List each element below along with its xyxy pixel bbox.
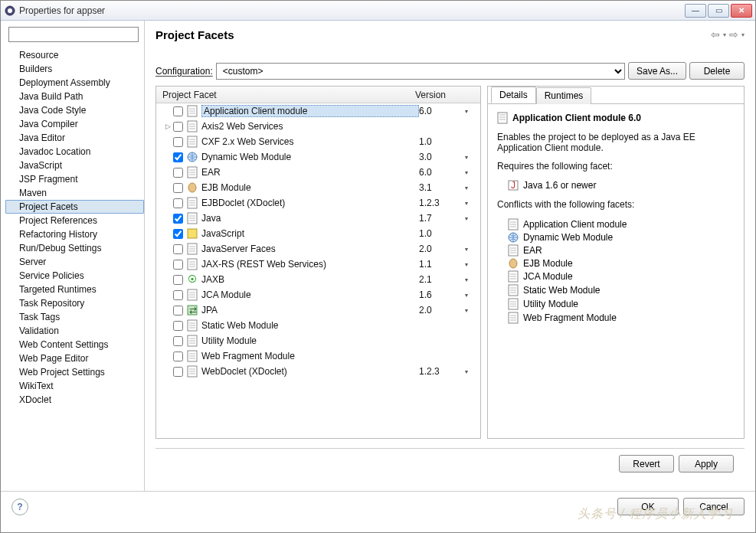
facet-checkbox[interactable] bbox=[173, 183, 183, 193]
facet-checkbox[interactable] bbox=[173, 336, 183, 346]
column-header-facet[interactable]: Project Facet bbox=[156, 90, 415, 100]
facet-checkbox[interactable] bbox=[173, 275, 183, 285]
facet-row[interactable]: EJB Module3.1▾ bbox=[156, 180, 480, 195]
sidebar-item-jsp-fragment[interactable]: JSP Fragment bbox=[5, 172, 144, 186]
configuration-select[interactable]: <custom> bbox=[216, 63, 625, 80]
facet-row[interactable]: ⇄JPA2.0▾ bbox=[156, 302, 480, 318]
filter-input[interactable] bbox=[8, 27, 139, 42]
sidebar-item-targeted-runtimes[interactable]: Targeted Runtimes bbox=[5, 283, 144, 296]
facet-checkbox[interactable] bbox=[173, 229, 183, 239]
facet-row[interactable]: JAX-RS (REST Web Services)1.1▾ bbox=[156, 257, 480, 272]
sidebar-item-deployment-assembly[interactable]: Deployment Assembly bbox=[5, 76, 144, 90]
revert-button[interactable]: Revert bbox=[619, 455, 674, 473]
sidebar-item-resource[interactable]: Resource bbox=[5, 48, 144, 62]
version-dropdown-icon[interactable]: ▾ bbox=[465, 292, 480, 299]
sidebar-item-server[interactable]: Server bbox=[5, 255, 144, 269]
doc-icon bbox=[508, 312, 519, 324]
version-dropdown-icon[interactable]: ▾ bbox=[465, 154, 480, 161]
facet-row[interactable]: Dynamic Web Module3.0▾ bbox=[156, 149, 480, 165]
sidebar-item-task-tags[interactable]: Task Tags bbox=[5, 310, 144, 324]
cancel-button[interactable]: Cancel bbox=[683, 498, 745, 515]
sidebar-item-java-code-style[interactable]: Java Code Style bbox=[5, 103, 144, 117]
sidebar-item-maven[interactable]: Maven bbox=[5, 186, 144, 200]
sidebar-item-web-page-editor[interactable]: Web Page Editor bbox=[5, 352, 144, 365]
apply-button[interactable]: Apply bbox=[679, 455, 734, 473]
facet-row[interactable]: ▷Axis2 Web Services bbox=[156, 119, 480, 134]
facet-row[interactable]: JavaServer Faces2.0▾ bbox=[156, 241, 480, 257]
nav-back-icon[interactable]: ⇦ bbox=[711, 28, 720, 41]
doc-icon bbox=[186, 258, 198, 270]
sidebar-item-project-references[interactable]: Project References bbox=[5, 214, 144, 227]
sidebar-item-java-build-path[interactable]: Java Build Path bbox=[5, 90, 144, 103]
sidebar-item-run-debug-settings[interactable]: Run/Debug Settings bbox=[5, 241, 144, 255]
facet-row[interactable]: JCA Module1.6▾ bbox=[156, 287, 480, 302]
facet-checkbox[interactable] bbox=[173, 290, 183, 300]
sidebar-item-xdoclet[interactable]: XDoclet bbox=[5, 393, 144, 407]
save-as-button[interactable]: Save As... bbox=[628, 62, 686, 80]
facet-checkbox[interactable] bbox=[173, 321, 183, 331]
facet-checkbox[interactable] bbox=[173, 306, 183, 316]
version-dropdown-icon[interactable]: ▾ bbox=[465, 169, 480, 176]
facet-checkbox[interactable] bbox=[173, 122, 183, 132]
facet-checkbox[interactable] bbox=[173, 106, 183, 116]
conflicts-label: EAR bbox=[523, 245, 542, 256]
sidebar-item-javascript[interactable]: JavaScript bbox=[5, 159, 144, 172]
facet-row[interactable]: WebDoclet (XDoclet)1.2.3▾ bbox=[156, 364, 480, 379]
sidebar-item-service-policies[interactable]: Service Policies bbox=[5, 269, 144, 283]
version-dropdown-icon[interactable]: ▾ bbox=[465, 368, 480, 375]
delete-button[interactable]: Delete bbox=[689, 62, 745, 80]
sidebar-item-web-content-settings[interactable]: Web Content Settings bbox=[5, 338, 144, 352]
facet-row[interactable]: JavaScript1.0 bbox=[156, 226, 480, 241]
version-dropdown-icon[interactable]: ▾ bbox=[465, 276, 480, 283]
sidebar-item-javadoc-location[interactable]: Javadoc Location bbox=[5, 145, 144, 159]
conflicts-label: Conflicts with the following facets: bbox=[497, 199, 735, 210]
tab-details[interactable]: Details bbox=[491, 87, 536, 103]
nav-forward-icon[interactable]: ⇨ bbox=[729, 28, 738, 41]
facet-checkbox[interactable] bbox=[173, 260, 183, 270]
sidebar-item-refactoring-history[interactable]: Refactoring History bbox=[5, 227, 144, 241]
version-dropdown-icon[interactable]: ▾ bbox=[465, 307, 480, 314]
facet-checkbox[interactable] bbox=[173, 137, 183, 147]
configuration-label: Configuration: bbox=[155, 66, 213, 77]
facet-row[interactable]: CXF 2.x Web Services1.0 bbox=[156, 134, 480, 149]
sidebar-item-wikitext[interactable]: WikiText bbox=[5, 379, 144, 393]
facet-row[interactable]: EJBDoclet (XDoclet)1.2.3▾ bbox=[156, 195, 480, 211]
sidebar-item-java-compiler[interactable]: Java Compiler bbox=[5, 117, 144, 131]
tab-runtimes[interactable]: Runtimes bbox=[536, 87, 592, 104]
version-dropdown-icon[interactable]: ▾ bbox=[465, 200, 480, 207]
facet-checkbox[interactable] bbox=[173, 198, 183, 208]
facet-checkbox[interactable] bbox=[173, 244, 183, 254]
version-dropdown-icon[interactable]: ▾ bbox=[465, 261, 480, 268]
sidebar-item-web-project-settings[interactable]: Web Project Settings bbox=[5, 365, 144, 379]
sidebar-item-builders[interactable]: Builders bbox=[5, 62, 144, 76]
close-button[interactable]: ✕ bbox=[731, 4, 752, 18]
facet-row[interactable]: Java1.7▾ bbox=[156, 211, 480, 226]
facet-name: Utility Module bbox=[201, 335, 419, 346]
version-dropdown-icon[interactable]: ▾ bbox=[465, 185, 480, 191]
ok-button[interactable]: OK bbox=[617, 498, 679, 515]
maximize-button[interactable]: ▭ bbox=[708, 4, 729, 18]
doc-icon bbox=[508, 270, 519, 283]
help-button[interactable]: ? bbox=[11, 499, 28, 515]
facet-row[interactable]: Utility Module bbox=[156, 333, 480, 348]
facet-checkbox[interactable] bbox=[173, 352, 183, 361]
facet-row[interactable]: Static Web Module bbox=[156, 318, 480, 333]
sidebar-item-project-facets[interactable]: Project Facets bbox=[5, 200, 144, 214]
sidebar-item-validation[interactable]: Validation bbox=[5, 324, 144, 338]
version-dropdown-icon[interactable]: ▾ bbox=[465, 215, 480, 222]
sidebar-item-task-repository[interactable]: Task Repository bbox=[5, 296, 144, 310]
facet-checkbox[interactable] bbox=[173, 168, 183, 178]
facet-row[interactable]: Web Fragment Module bbox=[156, 348, 480, 364]
facet-checkbox[interactable] bbox=[173, 152, 183, 162]
minimize-button[interactable]: — bbox=[685, 4, 706, 18]
sidebar-item-java-editor[interactable]: Java Editor bbox=[5, 131, 144, 145]
column-header-version[interactable]: Version bbox=[415, 90, 480, 100]
facet-row[interactable]: EAR6.0▾ bbox=[156, 165, 480, 180]
expander-icon[interactable]: ▷ bbox=[162, 123, 173, 130]
facet-checkbox[interactable] bbox=[173, 367, 183, 377]
version-dropdown-icon[interactable]: ▾ bbox=[465, 246, 480, 253]
version-dropdown-icon[interactable]: ▾ bbox=[465, 108, 480, 115]
facet-checkbox[interactable] bbox=[173, 214, 183, 224]
facet-row[interactable]: ⦿JAXB2.1▾ bbox=[156, 272, 480, 287]
facet-row[interactable]: Application Client module6.0▾ bbox=[156, 103, 480, 119]
